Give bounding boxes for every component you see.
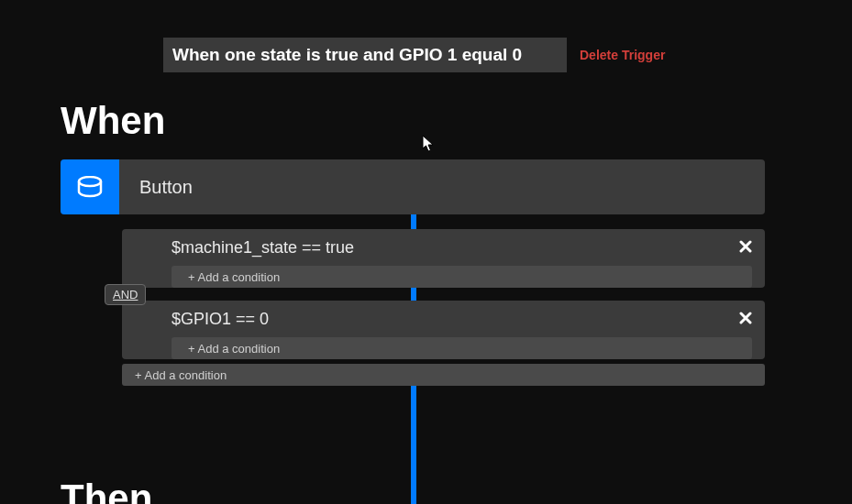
connector-line (411, 214, 416, 229)
add-condition-button[interactable]: + Add a condition (122, 364, 765, 386)
close-icon[interactable] (739, 238, 752, 257)
when-heading: When (61, 99, 165, 143)
condition-block: $machine1_state == true + Add a conditio… (122, 229, 765, 288)
mouse-cursor-icon (422, 135, 435, 157)
trigger-source-row[interactable]: Button (61, 159, 765, 214)
condition-expression: $machine1_state == true (172, 238, 354, 257)
svg-point-0 (79, 177, 101, 186)
delete-trigger-link[interactable]: Delete Trigger (580, 48, 665, 62)
connector-line (411, 286, 416, 301)
add-subcondition-button[interactable]: + Add a condition (172, 266, 752, 288)
connector-line (411, 385, 416, 504)
condition-block: $GPIO1 == 0 + Add a condition (122, 301, 765, 359)
button-icon (61, 159, 119, 214)
logic-operator-pill[interactable]: AND (105, 284, 146, 305)
trigger-header: Delete Trigger (163, 38, 665, 72)
condition-expression: $GPIO1 == 0 (172, 310, 269, 329)
trigger-source-label: Button (119, 159, 765, 214)
trigger-name-input[interactable] (163, 38, 567, 72)
add-subcondition-button[interactable]: + Add a condition (172, 337, 752, 359)
then-heading: Then (61, 477, 152, 504)
close-icon[interactable] (739, 310, 752, 329)
